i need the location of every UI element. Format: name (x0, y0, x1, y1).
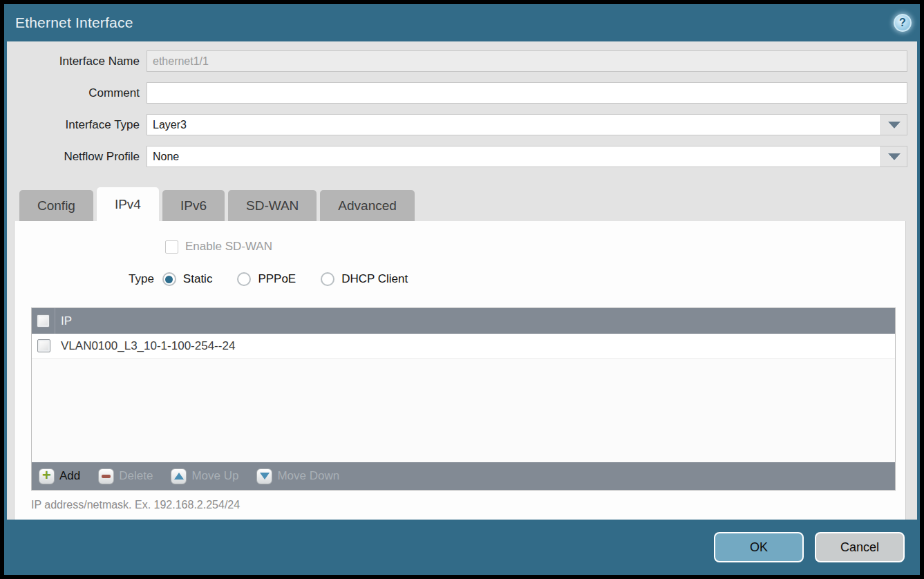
form-row-comment: Comment (14, 82, 907, 104)
netflow-profile-dropdown-button[interactable] (880, 146, 907, 167)
radio-static[interactable] (162, 272, 176, 286)
tab-ipv6[interactable]: IPv6 (162, 190, 225, 221)
table-empty-area (32, 359, 895, 462)
radio-pppoe-label: PPPoE (258, 272, 296, 286)
ip-table: IP VLAN0100_L3_10-1-100-254--24 + Add (31, 307, 896, 491)
interface-type-value: Layer3 (147, 115, 880, 135)
row-checkbox[interactable] (37, 339, 50, 352)
tab-advanced[interactable]: Advanced (320, 190, 415, 221)
plus-icon: + (39, 468, 55, 484)
arrow-up-icon (171, 468, 187, 484)
radio-static-label: Static (183, 272, 213, 286)
form-row-netflow-profile: Netflow Profile None (14, 146, 907, 167)
ip-format-hint: IP address/netmask. Ex. 192.168.2.254/24 (31, 499, 905, 511)
table-toolbar: + Add Delete Move Up Move Down (32, 462, 895, 490)
dialog-titlebar: Ethernet Interface ? (4, 4, 920, 41)
interface-name-field: ethernet1/1 (147, 50, 907, 72)
comment-label: Comment (14, 86, 147, 100)
netflow-profile-value: None (147, 146, 880, 167)
enable-sdwan-row: Enable SD-WAN (165, 238, 905, 255)
arrow-down-icon (256, 468, 272, 484)
tab-sd-wan[interactable]: SD-WAN (228, 190, 317, 221)
cancel-button[interactable]: Cancel (815, 532, 905, 562)
radio-dot (241, 276, 248, 283)
tab-bar: Config IPv4 IPv6 SD-WAN Advanced (14, 187, 907, 221)
form-row-interface-name: Interface Name ethernet1/1 (14, 50, 907, 72)
radio-dhcp-client-label: DHCP Client (341, 272, 408, 286)
interface-name-label: Interface Name (14, 55, 147, 68)
enable-sdwan-label: Enable SD-WAN (185, 240, 272, 254)
radio-dot (165, 276, 173, 283)
type-radio-group: Type Static PPPoE DHCP Client (129, 270, 905, 288)
ip-table-header: IP (32, 308, 895, 334)
enable-sdwan-checkbox[interactable] (165, 240, 178, 254)
header-check-col (32, 308, 55, 334)
radio-dhcp-client[interactable] (321, 272, 334, 286)
type-label: Type (129, 272, 154, 286)
add-button[interactable]: + Add (39, 468, 80, 484)
dialog-body: Interface Name ethernet1/1 Comment Inter… (7, 41, 917, 520)
move-down-button-label: Move Down (277, 469, 339, 483)
netflow-profile-dropdown[interactable]: None (147, 146, 907, 167)
radio-dot (324, 276, 332, 283)
chevron-down-icon (888, 122, 901, 129)
row-check-col (32, 334, 55, 358)
delete-button-label: Delete (119, 469, 153, 483)
select-all-checkbox[interactable] (37, 314, 50, 328)
ip-column-header: IP (55, 314, 72, 328)
interface-type-dropdown-button[interactable] (880, 115, 907, 135)
ipv4-tab-panel: Enable SD-WAN Type Static PPPoE DHCP Cli… (14, 221, 906, 520)
interface-type-dropdown[interactable]: Layer3 (147, 114, 907, 135)
tab-config[interactable]: Config (19, 190, 93, 221)
radio-pppoe[interactable] (237, 272, 251, 286)
tab-ipv4[interactable]: IPv4 (97, 187, 159, 221)
dialog-title: Ethernet Interface (15, 15, 133, 31)
delete-button[interactable]: Delete (98, 468, 153, 484)
table-row[interactable]: VLAN0100_L3_10-1-100-254--24 (32, 334, 895, 359)
dialog-footer: OK Cancel (4, 520, 920, 575)
form-row-interface-type: Interface Type Layer3 (14, 114, 907, 135)
ethernet-interface-dialog: Ethernet Interface ? Interface Name ethe… (0, 0, 924, 579)
ip-cell: VLAN0100_L3_10-1-100-254--24 (55, 339, 235, 353)
move-up-button-label: Move Up (191, 469, 238, 483)
minus-icon (98, 468, 114, 484)
ok-button[interactable]: OK (714, 532, 804, 562)
help-icon-glyph: ? (899, 17, 906, 29)
interface-type-label: Interface Type (14, 118, 147, 132)
help-icon[interactable]: ? (894, 14, 912, 32)
move-down-button[interactable]: Move Down (256, 468, 339, 484)
interface-name-value: ethernet1/1 (153, 55, 209, 68)
comment-input[interactable] (147, 82, 907, 104)
netflow-profile-label: Netflow Profile (14, 150, 147, 164)
move-up-button[interactable]: Move Up (171, 468, 238, 484)
add-button-label: Add (59, 469, 80, 483)
chevron-down-icon (888, 153, 901, 160)
